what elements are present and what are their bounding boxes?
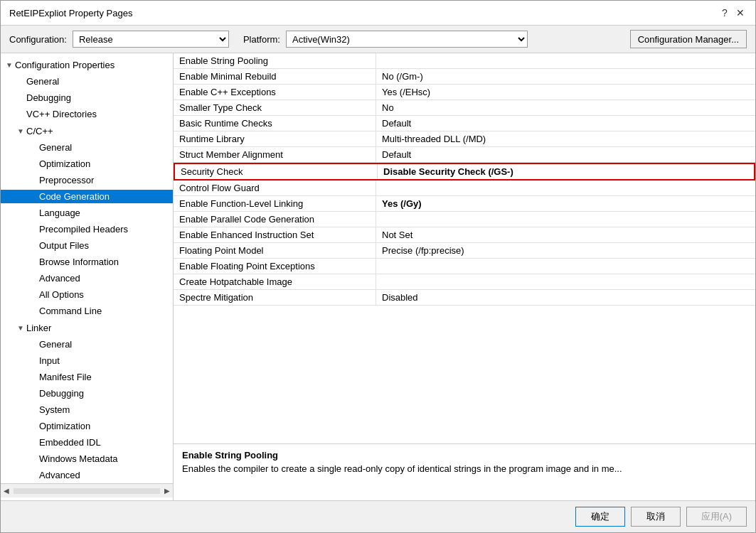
sidebar-label-cpp-general: General xyxy=(39,142,72,153)
prop-name-1: Enable Minimal Rebuild xyxy=(174,69,376,84)
prop-row-10[interactable]: Enable Parallel Code Generation xyxy=(174,212,755,227)
sidebar-label-browse-info: Browse Information xyxy=(39,257,119,267)
sidebar-item-linker-advanced[interactable]: Advanced xyxy=(1,467,173,483)
sidebar-label-linker-optimization: Optimization xyxy=(39,421,90,431)
sidebar-item-linker-debugging[interactable]: Debugging xyxy=(1,385,173,402)
sidebar-label-cpp: C/C++ xyxy=(26,126,53,136)
sidebar-item-browse-info[interactable]: Browse Information xyxy=(1,254,173,270)
prop-row-13[interactable]: Enable Floating Point Exceptions xyxy=(174,259,755,274)
prop-name-9: Enable Function-Level Linking xyxy=(174,196,376,211)
prop-name-0: Enable String Pooling xyxy=(174,53,376,68)
prop-value-5: Multi-threaded DLL (/MD) xyxy=(376,131,755,146)
prop-value-11: Not Set xyxy=(376,227,755,242)
sidebar-item-system[interactable]: System xyxy=(1,402,173,418)
sidebar-item-input[interactable]: Input xyxy=(1,352,173,369)
prop-row-2[interactable]: Enable C++ ExceptionsYes (/EHsc) xyxy=(174,85,755,100)
sidebar-label-linker: Linker xyxy=(26,323,51,333)
help-button[interactable]: ? xyxy=(718,6,731,19)
sidebar-tree: ▼Configuration PropertiesGeneralDebuggin… xyxy=(1,56,173,483)
sidebar-item-debugging[interactable]: Debugging xyxy=(1,90,173,106)
prop-row-1[interactable]: Enable Minimal RebuildNo (/Gm-) xyxy=(174,69,755,85)
scroll-track[interactable] xyxy=(14,488,160,494)
sidebar-label-advanced: Advanced xyxy=(39,273,80,284)
sidebar-item-linker-optimization[interactable]: Optimization xyxy=(1,418,173,434)
prop-row-5[interactable]: Runtime LibraryMulti-threaded DLL (/MD) xyxy=(174,131,755,147)
sidebar-item-preprocessor[interactable]: Preprocessor xyxy=(1,172,173,188)
prop-row-4[interactable]: Basic Runtime ChecksDefault xyxy=(174,116,755,131)
sidebar-item-config-props[interactable]: ▼Configuration Properties xyxy=(1,56,173,73)
sidebar-item-precompiled-headers[interactable]: Precompiled Headers xyxy=(1,221,173,237)
prop-value-6: Default xyxy=(376,147,755,162)
apply-button[interactable]: 应用(A) xyxy=(686,507,747,527)
sidebar-item-embedded-idl[interactable]: Embedded IDL xyxy=(1,434,173,451)
sidebar-label-command-line: Command Line xyxy=(39,306,102,316)
sidebar-item-windows-metadata[interactable]: Windows Metadata xyxy=(1,451,173,467)
main-content: ▼Configuration PropertiesGeneralDebuggin… xyxy=(1,53,755,500)
platform-label: Platform: xyxy=(243,34,280,45)
sidebar-item-cpp[interactable]: ▼C/C++ xyxy=(1,122,173,139)
sidebar-item-general[interactable]: General xyxy=(1,73,173,90)
sidebar-item-advanced[interactable]: Advanced xyxy=(1,270,173,286)
prop-name-11: Enable Enhanced Instruction Set xyxy=(174,227,376,242)
sidebar-label-embedded-idl: Embedded IDL xyxy=(39,437,101,448)
window-controls: ? ✕ xyxy=(718,6,747,19)
prop-row-3[interactable]: Smaller Type CheckNo xyxy=(174,100,755,116)
collapse-icon[interactable]: ▼ xyxy=(4,59,15,70)
prop-value-1: No (/Gm-) xyxy=(376,69,755,84)
prop-name-14: Create Hotpatchable Image xyxy=(174,274,376,289)
configuration-select[interactable]: Release xyxy=(73,31,229,48)
prop-row-0[interactable]: Enable String Pooling xyxy=(174,53,755,69)
sidebar-item-all-options[interactable]: All Options xyxy=(1,286,173,303)
prop-name-8: Control Flow Guard xyxy=(174,181,376,195)
sidebar-item-code-generation[interactable]: Code Generation xyxy=(1,188,173,205)
scroll-left-arrow[interactable]: ◀ xyxy=(1,484,12,498)
prop-row-8[interactable]: Control Flow Guard xyxy=(174,181,755,196)
config-manager-button[interactable]: Configuration Manager... xyxy=(630,30,747,48)
prop-value-14 xyxy=(376,274,755,289)
collapse-icon[interactable]: ▼ xyxy=(15,125,26,136)
sidebar-item-output-files[interactable]: Output Files xyxy=(1,237,173,254)
prop-value-13 xyxy=(376,259,755,274)
prop-name-3: Smaller Type Check xyxy=(174,100,376,115)
sidebar-label-precompiled-headers: Precompiled Headers xyxy=(39,224,128,235)
prop-name-12: Floating Point Model xyxy=(174,243,376,258)
prop-row-11[interactable]: Enable Enhanced Instruction SetNot Set xyxy=(174,227,755,243)
sidebar-scrollbar[interactable]: ◀ ▶ xyxy=(1,483,173,497)
prop-value-0 xyxy=(376,53,755,68)
collapse-icon[interactable]: ▼ xyxy=(15,322,26,333)
platform-select[interactable]: Active(Win32) xyxy=(286,31,528,48)
sidebar-item-optimization[interactable]: Optimization xyxy=(1,156,173,172)
sidebar-item-language[interactable]: Language xyxy=(1,205,173,221)
sidebar-label-optimization: Optimization xyxy=(39,158,90,169)
prop-row-14[interactable]: Create Hotpatchable Image xyxy=(174,274,755,290)
sidebar-label-code-generation: Code Generation xyxy=(39,191,110,202)
sidebar-label-debugging: Debugging xyxy=(26,92,71,103)
scroll-right-arrow[interactable]: ▶ xyxy=(161,484,173,498)
sidebar-item-linker[interactable]: ▼Linker xyxy=(1,319,173,336)
prop-row-7[interactable]: Security CheckDisable Security Check (/G… xyxy=(174,163,755,181)
sidebar-item-manifest-file[interactable]: Manifest File xyxy=(1,369,173,385)
prop-value-8 xyxy=(376,181,755,195)
sidebar-label-linker-general: General xyxy=(39,339,72,350)
prop-value-15: Disabled xyxy=(376,290,755,305)
prop-value-10 xyxy=(376,212,755,227)
sidebar-item-command-line[interactable]: Command Line xyxy=(1,303,173,319)
sidebar-label-linker-advanced: Advanced xyxy=(39,470,80,480)
prop-name-4: Basic Runtime Checks xyxy=(174,116,376,131)
prop-name-5: Runtime Library xyxy=(174,131,376,146)
prop-row-12[interactable]: Floating Point ModelPrecise (/fp:precise… xyxy=(174,243,755,259)
sidebar-item-cpp-general[interactable]: General xyxy=(1,139,173,156)
sidebar-label-all-options: All Options xyxy=(39,289,84,300)
ok-button[interactable]: 确定 xyxy=(575,507,625,527)
prop-row-15[interactable]: Spectre MitigationDisabled xyxy=(174,290,755,306)
sidebar-item-vcpp-dirs[interactable]: VC++ Directories xyxy=(1,106,173,122)
close-button[interactable]: ✕ xyxy=(734,6,747,19)
prop-row-6[interactable]: Struct Member AlignmentDefault xyxy=(174,147,755,163)
sidebar-label-windows-metadata: Windows Metadata xyxy=(39,453,118,464)
cancel-button[interactable]: 取消 xyxy=(631,507,681,527)
prop-row-9[interactable]: Enable Function-Level LinkingYes (/Gy) xyxy=(174,196,755,212)
sidebar-label-manifest-file: Manifest File xyxy=(39,372,92,382)
sidebar-item-linker-general[interactable]: General xyxy=(1,336,173,352)
prop-value-3: No xyxy=(376,100,755,115)
sidebar-label-preprocessor: Preprocessor xyxy=(39,175,94,185)
